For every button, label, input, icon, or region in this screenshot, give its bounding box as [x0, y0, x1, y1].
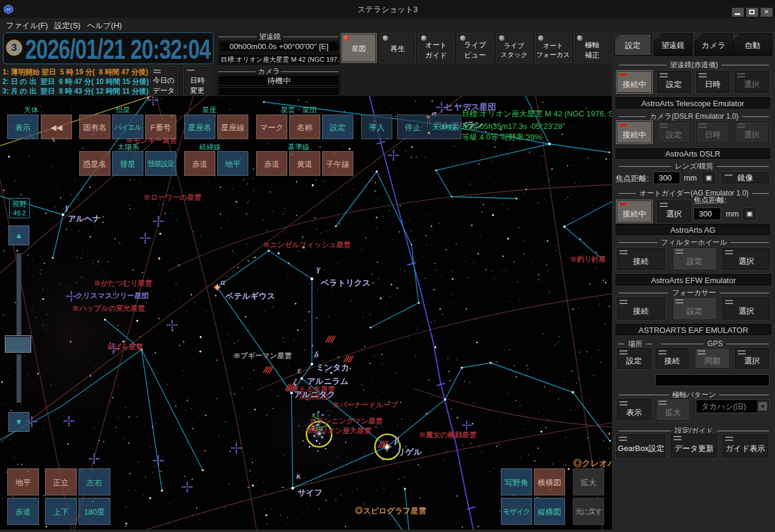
svg-text:ST: ST [6, 8, 11, 11]
